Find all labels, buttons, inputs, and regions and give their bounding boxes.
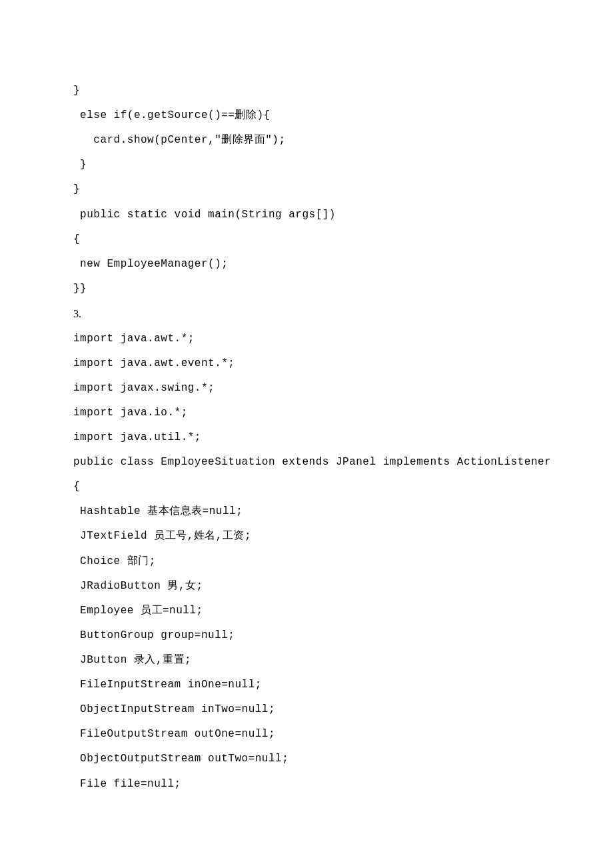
code-line: } bbox=[73, 79, 540, 103]
code-line: FileInputStream inOne=null; bbox=[73, 673, 540, 697]
code-line: else if(e.getSource()==删除){ bbox=[73, 103, 540, 128]
code-line: ObjectInputStream inTwo=null; bbox=[73, 697, 540, 722]
code-line: 3. bbox=[73, 301, 540, 327]
code-line: { bbox=[73, 475, 540, 499]
code-line: } bbox=[73, 153, 540, 177]
code-line: ButtonGroup group=null; bbox=[73, 623, 540, 648]
code-line: } bbox=[73, 177, 540, 202]
code-line: FileOutputStream outOne=null; bbox=[73, 722, 540, 747]
code-line: Choice 部门; bbox=[73, 549, 540, 574]
document-page: } else if(e.getSource()==删除){ card.show(… bbox=[0, 0, 613, 868]
code-line: JRadioButton 男,女; bbox=[73, 574, 540, 599]
code-line: card.show(pCenter,"删除界面"); bbox=[73, 128, 540, 153]
code-line: JButton 录入,重置; bbox=[73, 648, 540, 673]
code-line: public class EmployeeSituation extends J… bbox=[73, 450, 540, 475]
code-line: Employee 员工=null; bbox=[73, 599, 540, 623]
code-line: import java.io.*; bbox=[73, 401, 540, 425]
code-line: JTextField 员工号,姓名,工资; bbox=[73, 524, 540, 549]
code-line: ObjectOutputStream outTwo=null; bbox=[73, 747, 540, 771]
code-block: } else if(e.getSource()==删除){ card.show(… bbox=[73, 79, 540, 797]
code-line: import javax.swing.*; bbox=[73, 376, 540, 401]
code-line: { bbox=[73, 227, 540, 252]
code-line: import java.awt.event.*; bbox=[73, 351, 540, 376]
code-line: public static void main(String args[]) bbox=[73, 203, 540, 227]
code-line: import java.awt.*; bbox=[73, 327, 540, 351]
code-line: File file=null; bbox=[73, 772, 540, 797]
code-line: new EmployeeManager(); bbox=[73, 252, 540, 277]
code-line: import java.util.*; bbox=[73, 425, 540, 450]
code-line: }} bbox=[73, 277, 540, 301]
code-line: Hashtable 基本信息表=null; bbox=[73, 499, 540, 524]
